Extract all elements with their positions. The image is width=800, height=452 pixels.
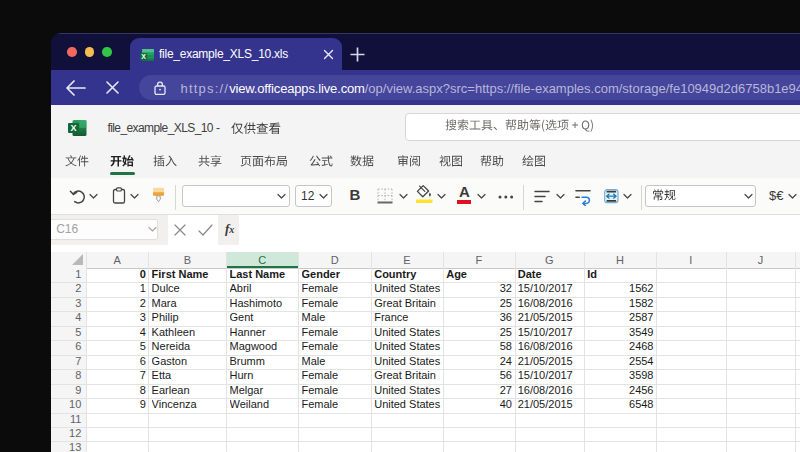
svg-text:X: X bbox=[141, 53, 146, 60]
svg-text:X: X bbox=[70, 123, 76, 133]
